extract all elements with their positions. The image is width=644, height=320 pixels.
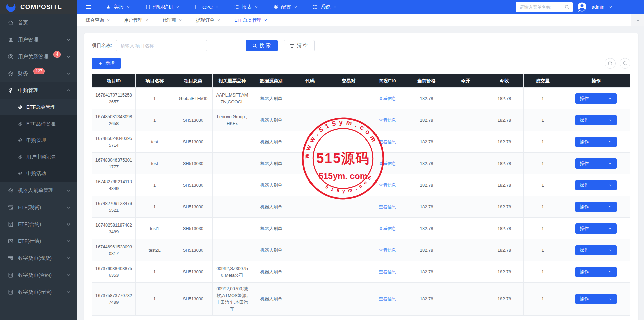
close-icon[interactable]: ×: [264, 18, 267, 23]
cell-close: 182.78: [485, 218, 523, 239]
close-icon[interactable]: ×: [217, 18, 220, 23]
tab-3[interactable]: 提现订单×: [196, 17, 220, 23]
search-icon[interactable]: [564, 4, 570, 10]
cell-code: [291, 109, 329, 131]
add-button[interactable]: 新增: [92, 58, 121, 69]
cell-price: 182.78: [407, 261, 446, 283]
cell-f10: 查看信息: [368, 153, 407, 174]
sidebar-subitem-4-4[interactable]: 申购活动: [0, 165, 77, 182]
chevron-down-icon: [608, 248, 612, 252]
menu-search-input[interactable]: [520, 5, 564, 10]
menu-toggle[interactable]: [85, 0, 92, 14]
view-info-link[interactable]: 查看信息: [379, 139, 396, 144]
row-action-button[interactable]: 操作: [575, 137, 617, 147]
etf-table: 项目ID项目名称项目总类相关股票品种数据源类别代码交易对简况F10当前价格今开今…: [92, 74, 630, 316]
view-info-link[interactable]: 查看信息: [379, 183, 396, 188]
sidebar-item-5[interactable]: 机器人刷单管理: [0, 182, 77, 199]
sidebar-item-4[interactable]: 申购管理: [0, 82, 77, 99]
view-info-link[interactable]: 查看信息: [379, 161, 396, 166]
refresh-button[interactable]: [605, 58, 616, 69]
cell-source: 机器人刷单: [252, 131, 291, 153]
cell-cls: SH513030: [174, 174, 212, 196]
topnav-item-5[interactable]: 系统: [313, 4, 337, 10]
cell-name: 1: [135, 196, 174, 218]
cell-pair: [329, 261, 368, 283]
sidebar-item-1[interactable]: 用户管理: [0, 31, 77, 48]
topnav-item-0[interactable]: 美股: [106, 4, 130, 10]
tab-2[interactable]: 代理商×: [162, 17, 182, 23]
sidebar-item-8[interactable]: ETF(行情): [0, 233, 77, 250]
filter-row: 项目名称: 搜索 清空: [92, 40, 630, 51]
topnav-item-2[interactable]: C2C: [195, 4, 219, 10]
chevron-down-icon: [254, 5, 258, 9]
cell-code: [291, 131, 329, 153]
chevron-down-icon: [176, 5, 180, 9]
view-info-link[interactable]: 查看信息: [379, 118, 396, 123]
cell-stocks: Lenovo Group ,HKEx: [213, 109, 252, 131]
close-icon[interactable]: ×: [145, 18, 148, 23]
row-action-button[interactable]: 操作: [575, 180, 617, 190]
menu-search-box: [516, 2, 573, 12]
sidebar-subitem-4-1[interactable]: ETF品种管理: [0, 115, 77, 132]
project-name-label: 项目名称:: [92, 43, 112, 49]
topnav-item-1[interactable]: 理财矿机: [145, 4, 180, 10]
cell-source: 机器人刷单: [252, 283, 291, 316]
view-info-link[interactable]: 查看信息: [379, 296, 396, 301]
sidebar-item-3[interactable]: 财务127: [0, 65, 77, 82]
view-info-link[interactable]: 查看信息: [379, 248, 396, 253]
row-action-button[interactable]: 操作: [575, 294, 617, 304]
row-action-button[interactable]: 操作: [575, 202, 617, 212]
sidebar-item-9[interactable]: 数字货币(现货): [0, 250, 77, 266]
sidebar-submenu: ETF总类管理ETF品种管理申购管理用户申购记录申购活动: [0, 99, 77, 182]
user-avatar-icon[interactable]: [577, 2, 587, 12]
row-action-button[interactable]: 操作: [575, 115, 617, 125]
column-header: 项目名称: [135, 74, 174, 88]
cell-f10: 查看信息: [368, 174, 407, 196]
view-info-link[interactable]: 查看信息: [379, 204, 396, 209]
cell-action: 操作: [562, 239, 630, 261]
tab-4[interactable]: ETF总类管理×: [234, 17, 267, 23]
cell-pair: [329, 218, 368, 239]
content-area: 项目名称: 搜索 清空: [77, 26, 644, 320]
table-row: 1674469615280930817testZLSH513030机器人刷单查看…: [92, 239, 630, 261]
close-icon[interactable]: ×: [179, 18, 182, 23]
row-action-button[interactable]: 操作: [575, 93, 617, 104]
topnav-item-3[interactable]: 报表: [234, 4, 258, 10]
svg-text:SQL: SQL: [9, 274, 12, 275]
sidebar-item-0[interactable]: 首页: [0, 14, 77, 31]
chevron-down-icon: [294, 5, 298, 9]
sidebar-subitem-4-0[interactable]: ETF总类管理: [0, 99, 77, 115]
sidebar-subitem-4-3[interactable]: 用户申购记录: [0, 149, 77, 165]
row-action-button[interactable]: 操作: [575, 158, 617, 169]
project-name-input[interactable]: [116, 40, 207, 51]
topnav-item-4[interactable]: 配置: [273, 4, 298, 10]
user-circle-icon: [8, 54, 14, 60]
cell-open: [446, 196, 485, 218]
row-action-button[interactable]: 操作: [575, 245, 617, 255]
sidebar-item-10[interactable]: SQL数字货币(合约): [0, 266, 77, 283]
row-action-button[interactable]: 操作: [575, 267, 617, 277]
tabbar-dropdown-button[interactable]: [631, 14, 644, 26]
cell-code: [291, 283, 329, 316]
sidebar-item-6[interactable]: ETF(现货): [0, 199, 77, 216]
sidebar-item-7[interactable]: SQLETF(合约): [0, 216, 77, 233]
cell-id: 1674827091234795521: [92, 196, 136, 218]
column-search-button[interactable]: [620, 58, 630, 69]
view-info-link[interactable]: 查看信息: [379, 96, 396, 101]
sidebar-item-11[interactable]: SQL数字货币(行情): [0, 283, 77, 300]
username-label[interactable]: admin: [592, 4, 604, 10]
sidebar-subitem-label: ETF总类管理: [26, 104, 55, 110]
cell-f10: 查看信息: [368, 88, 407, 109]
close-icon[interactable]: ×: [107, 18, 110, 23]
clear-button[interactable]: 清空: [284, 40, 315, 51]
search-button[interactable]: 搜索: [246, 40, 278, 51]
sidebar-item-2[interactable]: 用户关系管理4: [0, 48, 77, 65]
search-button-label: 搜索: [260, 43, 272, 49]
row-action-button[interactable]: 操作: [575, 223, 617, 234]
tab-0[interactable]: 综合查询×: [86, 17, 110, 23]
sidebar-subitem-4-2[interactable]: 申购管理: [0, 132, 77, 149]
tab-1[interactable]: 用户管理×: [124, 17, 148, 23]
view-info-link[interactable]: 查看信息: [379, 226, 396, 231]
chevron-down-icon[interactable]: [609, 5, 613, 9]
view-info-link[interactable]: 查看信息: [379, 269, 396, 274]
